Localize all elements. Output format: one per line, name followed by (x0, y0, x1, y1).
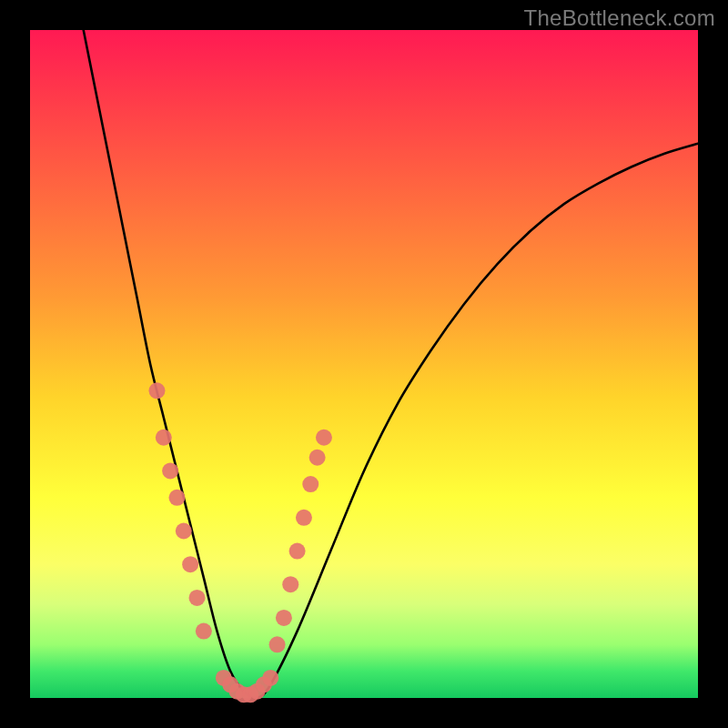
svg-point-22 (309, 450, 326, 466)
svg-point-6 (189, 590, 206, 606)
marker-cluster-right (269, 430, 332, 653)
svg-point-5 (182, 556, 198, 572)
chart-frame: TheBottleneck.com (0, 0, 728, 728)
svg-point-18 (282, 576, 298, 592)
svg-point-23 (316, 430, 332, 446)
plot-area (30, 30, 698, 698)
marker-cluster-bottom (216, 670, 278, 703)
svg-point-4 (176, 523, 192, 540)
svg-point-21 (302, 476, 318, 492)
svg-point-7 (196, 623, 212, 640)
svg-point-15 (262, 670, 278, 686)
svg-point-17 (276, 610, 292, 626)
svg-point-2 (162, 462, 178, 479)
watermark-text: TheBottleneck.com (523, 5, 715, 31)
bottleneck-curve (84, 30, 698, 698)
svg-point-3 (168, 490, 185, 506)
chart-svg (30, 30, 698, 698)
svg-point-1 (156, 430, 172, 446)
svg-point-0 (148, 382, 165, 399)
svg-point-19 (289, 543, 306, 560)
marker-cluster-left (148, 382, 211, 639)
svg-point-16 (269, 636, 286, 652)
svg-point-20 (296, 510, 312, 526)
